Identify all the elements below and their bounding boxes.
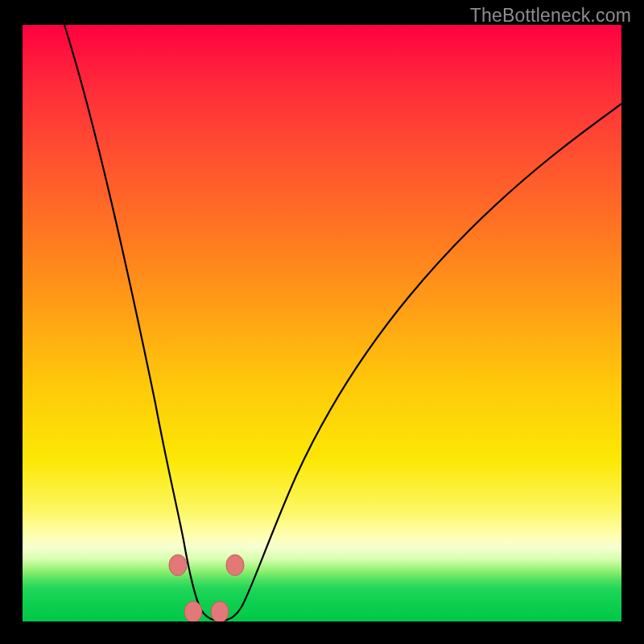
curve-marker [169,555,187,576]
curve-marker [211,601,229,621]
curve-layer [23,25,621,621]
curve-marker [226,555,244,576]
marker-group [169,555,244,621]
bottleneck-curve [64,25,621,621]
plot-area [23,25,621,621]
watermark-text: TheBottleneck.com [470,5,631,27]
curve-marker [184,601,202,621]
chart-frame: TheBottleneck.com [0,0,644,644]
